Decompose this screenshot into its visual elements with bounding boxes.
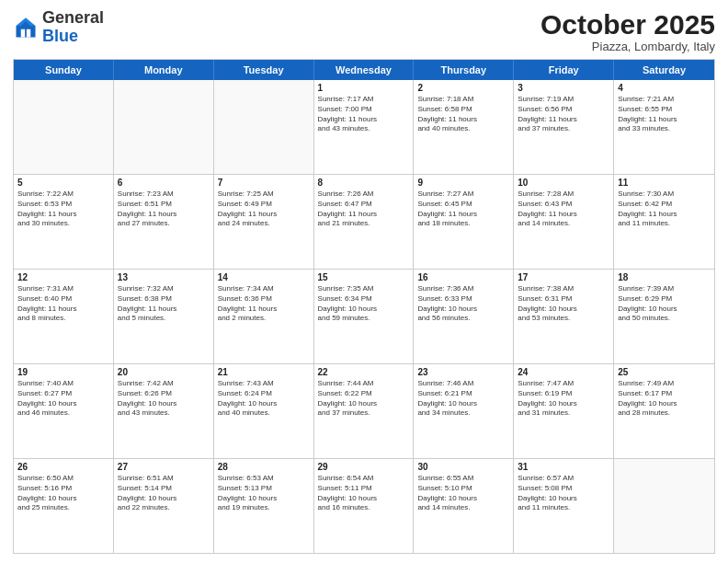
title-area: October 2025 Piazza, Lombardy, Italy bbox=[540, 9, 715, 53]
calendar-week-4: 19Sunrise: 7:40 AM Sunset: 6:27 PM Dayli… bbox=[14, 364, 714, 459]
day-number: 6 bbox=[118, 178, 210, 188]
logo-icon bbox=[13, 15, 39, 40]
calendar-cell: 19Sunrise: 7:40 AM Sunset: 6:27 PM Dayli… bbox=[14, 364, 114, 458]
day-number: 29 bbox=[318, 462, 410, 472]
day-number: 22 bbox=[318, 367, 410, 377]
day-number: 3 bbox=[518, 83, 609, 93]
calendar-week-1: 1Sunrise: 7:17 AM Sunset: 7:00 PM Daylig… bbox=[14, 80, 714, 175]
calendar-cell: 20Sunrise: 7:42 AM Sunset: 6:26 PM Dayli… bbox=[114, 364, 214, 458]
calendar-week-5: 26Sunrise: 6:50 AM Sunset: 5:16 PM Dayli… bbox=[14, 459, 714, 553]
header-day-wednesday: Wednesday bbox=[314, 60, 415, 80]
calendar-cell: 11Sunrise: 7:30 AM Sunset: 6:42 PM Dayli… bbox=[614, 175, 714, 269]
page: General Blue October 2025 Piazza, Lombar… bbox=[0, 0, 728, 563]
calendar-cell: 10Sunrise: 7:28 AM Sunset: 6:43 PM Dayli… bbox=[514, 175, 614, 269]
day-number: 12 bbox=[17, 272, 109, 282]
day-number: 21 bbox=[218, 367, 310, 377]
calendar-cell: 13Sunrise: 7:32 AM Sunset: 6:38 PM Dayli… bbox=[114, 270, 214, 363]
calendar-cell: 9Sunrise: 7:27 AM Sunset: 6:45 PM Daylig… bbox=[414, 175, 514, 269]
calendar-cell: 16Sunrise: 7:36 AM Sunset: 6:33 PM Dayli… bbox=[414, 270, 514, 363]
day-number: 23 bbox=[417, 367, 509, 377]
day-number: 25 bbox=[618, 367, 711, 377]
calendar-cell: 14Sunrise: 7:34 AM Sunset: 6:36 PM Dayli… bbox=[214, 270, 314, 363]
day-info: Sunrise: 6:53 AM Sunset: 5:13 PM Dayligh… bbox=[218, 474, 310, 513]
day-info: Sunrise: 6:50 AM Sunset: 5:16 PM Dayligh… bbox=[17, 474, 109, 513]
day-info: Sunrise: 7:25 AM Sunset: 6:49 PM Dayligh… bbox=[218, 190, 310, 229]
calendar-cell: 24Sunrise: 7:47 AM Sunset: 6:19 PM Dayli… bbox=[514, 364, 614, 458]
day-info: Sunrise: 7:39 AM Sunset: 6:29 PM Dayligh… bbox=[618, 284, 711, 324]
calendar-cell: 6Sunrise: 7:23 AM Sunset: 6:51 PM Daylig… bbox=[114, 175, 214, 269]
header-day-thursday: Thursday bbox=[414, 60, 514, 80]
logo-text: General Blue bbox=[42, 9, 104, 46]
day-number: 28 bbox=[218, 462, 310, 472]
day-number: 27 bbox=[118, 462, 210, 472]
day-info: Sunrise: 7:47 AM Sunset: 6:19 PM Dayligh… bbox=[518, 379, 609, 419]
day-info: Sunrise: 7:26 AM Sunset: 6:47 PM Dayligh… bbox=[318, 190, 410, 229]
day-info: Sunrise: 7:38 AM Sunset: 6:31 PM Dayligh… bbox=[518, 284, 609, 324]
day-number: 20 bbox=[118, 367, 210, 377]
location-subtitle: Piazza, Lombardy, Italy bbox=[540, 40, 715, 53]
logo: General Blue bbox=[13, 9, 104, 46]
calendar-cell: 8Sunrise: 7:26 AM Sunset: 6:47 PM Daylig… bbox=[314, 175, 415, 269]
day-number: 1 bbox=[318, 83, 410, 93]
header-day-tuesday: Tuesday bbox=[214, 60, 314, 80]
day-number: 30 bbox=[417, 462, 509, 472]
day-info: Sunrise: 7:42 AM Sunset: 6:26 PM Dayligh… bbox=[118, 379, 210, 419]
day-number: 5 bbox=[17, 178, 109, 188]
calendar-cell: 15Sunrise: 7:35 AM Sunset: 6:34 PM Dayli… bbox=[314, 270, 415, 363]
calendar-week-3: 12Sunrise: 7:31 AM Sunset: 6:40 PM Dayli… bbox=[14, 270, 714, 364]
calendar-cell bbox=[214, 80, 314, 174]
day-number: 26 bbox=[17, 462, 109, 472]
day-number: 11 bbox=[618, 178, 711, 188]
calendar-cell: 26Sunrise: 6:50 AM Sunset: 5:16 PM Dayli… bbox=[14, 459, 114, 553]
day-info: Sunrise: 7:43 AM Sunset: 6:24 PM Dayligh… bbox=[218, 379, 310, 419]
day-info: Sunrise: 7:28 AM Sunset: 6:43 PM Dayligh… bbox=[518, 190, 609, 229]
day-info: Sunrise: 7:32 AM Sunset: 6:38 PM Dayligh… bbox=[118, 284, 210, 324]
day-number: 8 bbox=[318, 178, 410, 188]
calendar-cell: 2Sunrise: 7:18 AM Sunset: 6:58 PM Daylig… bbox=[414, 80, 514, 174]
day-info: Sunrise: 7:46 AM Sunset: 6:21 PM Dayligh… bbox=[417, 379, 509, 419]
calendar-cell: 28Sunrise: 6:53 AM Sunset: 5:13 PM Dayli… bbox=[214, 459, 314, 553]
day-info: Sunrise: 7:22 AM Sunset: 6:53 PM Dayligh… bbox=[17, 190, 109, 229]
calendar-cell: 4Sunrise: 7:21 AM Sunset: 6:55 PM Daylig… bbox=[614, 80, 714, 174]
day-info: Sunrise: 7:35 AM Sunset: 6:34 PM Dayligh… bbox=[318, 284, 410, 324]
day-number: 24 bbox=[518, 367, 609, 377]
header-day-sunday: Sunday bbox=[14, 60, 114, 80]
header-day-monday: Monday bbox=[114, 60, 214, 80]
day-info: Sunrise: 6:54 AM Sunset: 5:11 PM Dayligh… bbox=[318, 474, 410, 513]
day-info: Sunrise: 7:31 AM Sunset: 6:40 PM Dayligh… bbox=[17, 284, 109, 324]
day-info: Sunrise: 7:40 AM Sunset: 6:27 PM Dayligh… bbox=[17, 379, 109, 419]
calendar-cell: 30Sunrise: 6:55 AM Sunset: 5:10 PM Dayli… bbox=[414, 459, 514, 553]
day-number: 19 bbox=[17, 367, 109, 377]
calendar-cell: 12Sunrise: 7:31 AM Sunset: 6:40 PM Dayli… bbox=[14, 270, 114, 363]
header: General Blue October 2025 Piazza, Lombar… bbox=[13, 9, 715, 53]
calendar-cell bbox=[614, 459, 714, 553]
day-info: Sunrise: 7:27 AM Sunset: 6:45 PM Dayligh… bbox=[417, 190, 509, 229]
calendar-cell bbox=[114, 80, 214, 174]
day-number: 13 bbox=[118, 272, 210, 282]
calendar-cell: 31Sunrise: 6:57 AM Sunset: 5:08 PM Dayli… bbox=[514, 459, 614, 553]
day-number: 15 bbox=[318, 272, 410, 282]
calendar-header: SundayMondayTuesdayWednesdayThursdayFrid… bbox=[14, 60, 714, 80]
day-number: 18 bbox=[618, 272, 711, 282]
calendar-cell: 25Sunrise: 7:49 AM Sunset: 6:17 PM Dayli… bbox=[614, 364, 714, 458]
svg-rect-2 bbox=[21, 29, 25, 38]
day-info: Sunrise: 7:23 AM Sunset: 6:51 PM Dayligh… bbox=[118, 190, 210, 229]
day-info: Sunrise: 6:51 AM Sunset: 5:14 PM Dayligh… bbox=[118, 474, 210, 513]
day-info: Sunrise: 6:57 AM Sunset: 5:08 PM Dayligh… bbox=[518, 474, 609, 513]
header-day-friday: Friday bbox=[514, 60, 614, 80]
calendar-cell: 18Sunrise: 7:39 AM Sunset: 6:29 PM Dayli… bbox=[614, 270, 714, 363]
calendar-cell: 7Sunrise: 7:25 AM Sunset: 6:49 PM Daylig… bbox=[214, 175, 314, 269]
day-info: Sunrise: 6:55 AM Sunset: 5:10 PM Dayligh… bbox=[417, 474, 509, 513]
calendar-cell: 21Sunrise: 7:43 AM Sunset: 6:24 PM Dayli… bbox=[214, 364, 314, 458]
calendar-cell: 3Sunrise: 7:19 AM Sunset: 6:56 PM Daylig… bbox=[514, 80, 614, 174]
day-number: 2 bbox=[417, 83, 509, 93]
day-info: Sunrise: 7:17 AM Sunset: 7:00 PM Dayligh… bbox=[318, 95, 410, 134]
calendar-cell: 23Sunrise: 7:46 AM Sunset: 6:21 PM Dayli… bbox=[414, 364, 514, 458]
day-info: Sunrise: 7:44 AM Sunset: 6:22 PM Dayligh… bbox=[318, 379, 410, 419]
day-number: 7 bbox=[218, 178, 310, 188]
day-info: Sunrise: 7:34 AM Sunset: 6:36 PM Dayligh… bbox=[218, 284, 310, 324]
day-info: Sunrise: 7:18 AM Sunset: 6:58 PM Dayligh… bbox=[417, 95, 509, 134]
calendar-cell bbox=[14, 80, 114, 174]
day-info: Sunrise: 7:49 AM Sunset: 6:17 PM Dayligh… bbox=[618, 379, 711, 419]
calendar-cell: 22Sunrise: 7:44 AM Sunset: 6:22 PM Dayli… bbox=[314, 364, 415, 458]
